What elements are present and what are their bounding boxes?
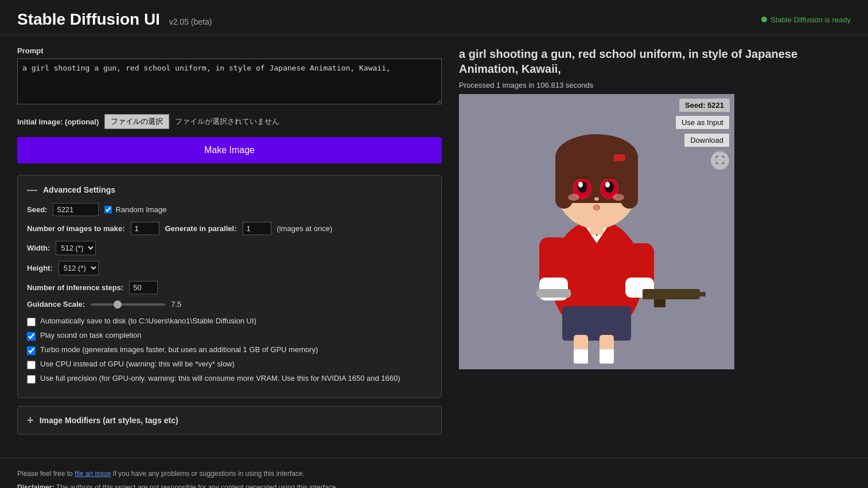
- svg-point-33: [594, 197, 599, 201]
- auto-save-checkbox[interactable]: [27, 318, 36, 326]
- svg-rect-39: [626, 282, 649, 289]
- disclaimer-bold: Disclaimer:: [17, 483, 55, 488]
- turbo-mode-label: Turbo mode (generates images faster, but…: [40, 345, 318, 354]
- guidance-row: Guidance Scale: 7.5: [27, 300, 432, 309]
- file-no-selected: ファイルが選択されていません: [175, 116, 279, 127]
- left-panel: Prompt Initial Image: (optional) ファイルの選択…: [17, 46, 442, 435]
- right-panel: a girl shooting a gun, red school unifor…: [459, 46, 851, 435]
- status-dot: [761, 17, 767, 22]
- fullscreen-button[interactable]: ⛶: [710, 151, 730, 170]
- guidance-value: 7.5: [171, 300, 181, 309]
- width-select[interactable]: 512 (*) 256 768: [56, 241, 96, 255]
- file-issue-link[interactable]: file an issue: [75, 470, 111, 478]
- image-overlay-buttons: Seed: 5221 Use as Input Download ⛶: [675, 99, 730, 170]
- checkboxes-group: Automatically save to disk (to C:\Users\…: [27, 317, 432, 384]
- disclaimer-text: The authors of this project are not resp…: [56, 483, 338, 488]
- svg-rect-22: [614, 154, 625, 161]
- collapse-icon: —: [27, 185, 37, 195]
- checkbox-full-precision: Use full precision (for GPU-only. warnin…: [27, 374, 432, 384]
- footer-suffix: if you have any problems or suggestions …: [113, 470, 305, 478]
- guidance-slider[interactable]: [91, 303, 165, 306]
- width-label: Width:: [27, 244, 50, 252]
- status-text: Stable Diffusion is ready: [770, 15, 851, 24]
- footer-line1: Please feel free to file an issue if you…: [17, 469, 851, 479]
- turbo-mode-checkbox[interactable]: [27, 346, 36, 355]
- inference-input[interactable]: [129, 281, 158, 294]
- footer-prefix: Please feel free to: [17, 470, 75, 478]
- svg-rect-32: [602, 176, 615, 179]
- num-images-input[interactable]: [131, 222, 159, 235]
- initial-image-label: Initial Image: (optional): [17, 118, 99, 126]
- initial-image-row: Initial Image: (optional) ファイルの選択 ファイルが選…: [17, 114, 442, 129]
- height-row: Height: 512 (*) 256 768: [27, 261, 432, 275]
- svg-rect-7: [574, 349, 588, 364]
- inference-label: Number of inference steps:: [27, 283, 123, 292]
- use-cpu-checkbox[interactable]: [27, 361, 36, 369]
- svg-point-26: [578, 182, 583, 188]
- svg-point-30: [605, 182, 610, 188]
- checkbox-play-sound: Play sound on task completion: [27, 331, 432, 341]
- svg-point-36: [568, 194, 579, 201]
- parallel-label: Generate in parallel:: [165, 224, 237, 233]
- inference-row: Number of inference steps:: [27, 281, 432, 294]
- image-modifiers-title: Image Modifiers (art styles, tags etc): [40, 416, 178, 425]
- result-title: a girl shooting a gun, red school unifor…: [459, 46, 851, 76]
- footer: Please feel free to file an issue if you…: [0, 458, 868, 488]
- svg-rect-40: [590, 217, 604, 235]
- svg-rect-8: [600, 349, 614, 364]
- image-modifiers-header[interactable]: + Image Modifiers (art styles, tags etc): [27, 415, 432, 426]
- footer-disclaimer: Disclaimer: The authors of this project …: [17, 482, 851, 488]
- image-result-container: Seed: 5221 Use as Input Download ⛶: [459, 94, 734, 369]
- seed-badge: Seed: 5221: [679, 99, 730, 112]
- app-title-text: Stable Diffusion UI: [17, 10, 160, 28]
- image-modifiers-box: + Image Modifiers (art styles, tags etc): [17, 406, 442, 435]
- processed-info: Processed 1 images in 106.813 seconds: [459, 81, 851, 89]
- parallel-suffix: (images at once): [277, 224, 333, 233]
- main-layout: Prompt Initial Image: (optional) ファイルの選択…: [0, 35, 868, 446]
- random-image-checkbox[interactable]: [104, 206, 112, 213]
- advanced-settings-header[interactable]: — Advanced Settings: [27, 185, 432, 195]
- width-row: Width: 512 (*) 256 768: [27, 241, 432, 255]
- advanced-settings-box: — Advanced Settings Seed: Random Image N…: [17, 175, 442, 398]
- header: Stable Diffusion UI v2.05 (beta) Stable …: [0, 0, 868, 35]
- random-image-checkbox-label[interactable]: Random Image: [104, 205, 166, 214]
- seed-row: Seed: Random Image: [27, 203, 432, 216]
- expand-icon: +: [27, 415, 34, 426]
- app-title: Stable Diffusion UI v2.05 (beta): [17, 10, 212, 29]
- num-images-label: Number of images to make:: [27, 224, 125, 233]
- svg-rect-31: [576, 176, 589, 179]
- guidance-label: Guidance Scale:: [27, 300, 85, 309]
- use-cpu-label: Use CPU instead of GPU (warning: this wi…: [40, 360, 235, 368]
- play-sound-checkbox[interactable]: [27, 332, 36, 341]
- use-as-input-button[interactable]: Use as Input: [675, 115, 730, 130]
- svg-point-37: [613, 194, 624, 201]
- height-select[interactable]: 512 (*) 256 768: [59, 261, 99, 275]
- download-button[interactable]: Download: [684, 133, 730, 147]
- advanced-settings-title: Advanced Settings: [43, 185, 115, 194]
- status-indicator: Stable Diffusion is ready: [761, 15, 851, 24]
- seed-input[interactable]: [53, 203, 99, 216]
- svg-rect-11: [536, 289, 571, 298]
- prompt-label: Prompt: [17, 46, 442, 55]
- random-image-label-text: Random Image: [115, 205, 166, 214]
- prompt-textarea[interactable]: [17, 58, 442, 104]
- checkbox-use-cpu: Use CPU instead of GPU (warning: this wi…: [27, 360, 432, 369]
- seed-label: Seed:: [27, 205, 47, 214]
- svg-rect-38: [544, 282, 567, 289]
- full-precision-label: Use full precision (for GPU-only. warnin…: [40, 374, 400, 382]
- checkbox-turbo: Turbo mode (generates images faster, but…: [27, 345, 432, 355]
- svg-point-35: [594, 206, 599, 209]
- full-precision-checkbox[interactable]: [27, 375, 36, 384]
- height-label: Height:: [27, 264, 53, 272]
- make-image-button[interactable]: Make Image: [17, 137, 442, 163]
- svg-rect-14: [643, 289, 700, 299]
- svg-rect-16: [697, 292, 706, 296]
- play-sound-label: Play sound on task completion: [40, 331, 141, 339]
- checkbox-auto-save: Automatically save to disk (to C:\Users\…: [27, 317, 432, 326]
- file-choose-button[interactable]: ファイルの選択: [104, 114, 169, 129]
- fullscreen-icon: ⛶: [715, 155, 725, 166]
- svg-rect-15: [654, 299, 665, 307]
- app-version: v2.05 (beta): [169, 17, 212, 26]
- auto-save-label: Automatically save to disk (to C:\Users\…: [40, 317, 256, 325]
- parallel-input[interactable]: [243, 222, 271, 235]
